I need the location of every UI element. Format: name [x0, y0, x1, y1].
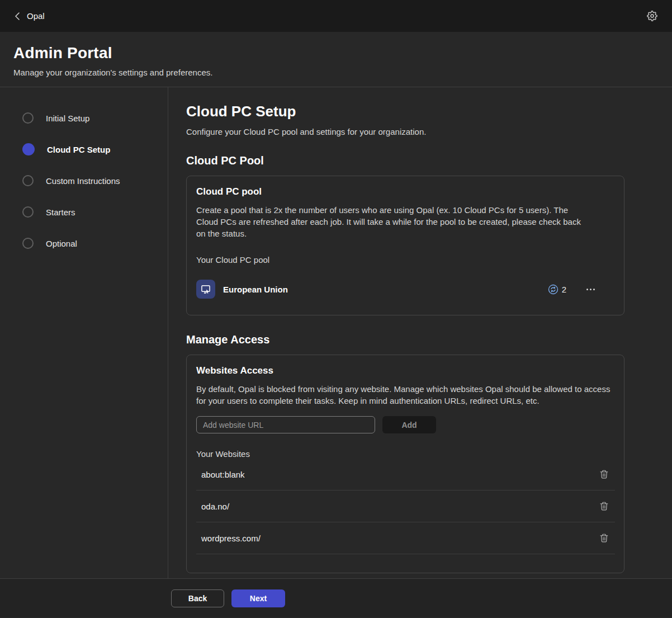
cloud-pc-pool-heading: Cloud PC Pool	[186, 154, 624, 167]
setup-steps-sidebar: Initial Setup Cloud PC Setup Custom Inst…	[0, 87, 168, 578]
page-title: Admin Portal	[13, 44, 659, 62]
sync-status-icon	[548, 284, 559, 295]
pool-list-label: Your Cloud PC pool	[196, 255, 615, 265]
delete-website-button[interactable]	[597, 499, 611, 513]
website-row: oda.no/	[196, 490, 615, 522]
step-circle-icon	[22, 112, 34, 124]
section-subtitle: Configure your Cloud PC pool and setting…	[186, 127, 624, 136]
step-label: Optional	[46, 239, 77, 248]
ellipsis-icon	[586, 289, 595, 290]
back-to-opal-button[interactable]: Opal	[15, 11, 45, 21]
cloud-pc-pool-card: Cloud PC pool Create a pool that is 2x t…	[186, 176, 624, 315]
page-header: Admin Portal Manage your organization's …	[0, 32, 672, 87]
websites-access-card: Websites Access By default, Opal is bloc…	[186, 355, 624, 573]
pool-row: European Union 2	[196, 277, 615, 306]
pool-name: European Union	[223, 285, 548, 294]
websites-list: about:blank oda.no/	[196, 459, 615, 554]
gear-icon	[647, 11, 657, 21]
main-content: Cloud PC Setup Configure your Cloud PC p…	[168, 87, 672, 578]
website-url: wordpress.com/	[201, 534, 261, 543]
sidebar-item-initial-setup[interactable]: Initial Setup	[22, 112, 168, 124]
settings-button[interactable]	[645, 10, 659, 23]
app-title: Opal	[27, 11, 45, 21]
section-title: Cloud PC Setup	[186, 103, 624, 120]
pool-count: 2	[562, 285, 566, 294]
step-circle-icon	[22, 238, 34, 249]
trash-icon	[599, 533, 609, 543]
website-row: wordpress.com/	[196, 522, 615, 554]
add-website-button[interactable]: Add	[382, 416, 436, 433]
page-subtitle: Manage your organization's settings and …	[13, 68, 659, 77]
website-url: oda.no/	[201, 502, 229, 511]
website-row: about:blank	[196, 459, 615, 490]
sidebar-item-optional[interactable]: Optional	[22, 237, 168, 249]
your-websites-label: Your Websites	[196, 449, 615, 459]
step-label: Custom Instructions	[46, 176, 120, 186]
cloud-pc-icon	[196, 280, 215, 299]
pool-status: 2	[548, 284, 566, 295]
sidebar-item-starters[interactable]: Starters	[22, 206, 168, 218]
top-bar: Opal	[0, 0, 672, 32]
delete-website-button[interactable]	[597, 531, 611, 545]
sidebar-item-cloud-pc-setup[interactable]: Cloud PC Setup	[22, 143, 168, 155]
card-title: Websites Access	[196, 365, 615, 376]
step-circle-icon	[22, 175, 34, 186]
step-label: Starters	[46, 207, 75, 217]
step-circle-filled-icon	[22, 143, 35, 155]
card-description: Create a pool that is 2x the number of u…	[196, 204, 588, 239]
card-title: Cloud PC pool	[196, 186, 615, 197]
chevron-left-icon	[15, 12, 20, 20]
step-label: Initial Setup	[46, 114, 89, 123]
manage-access-heading: Manage Access	[186, 333, 624, 346]
wizard-footer: Back Next	[0, 578, 672, 617]
delete-website-button[interactable]	[597, 468, 611, 481]
step-circle-icon	[22, 206, 34, 218]
website-url-input[interactable]	[196, 416, 375, 433]
pool-more-options-button[interactable]	[585, 285, 596, 294]
back-button[interactable]: Back	[171, 589, 224, 607]
card-description: By default, Opal is blocked from visitin…	[196, 383, 613, 407]
next-button[interactable]: Next	[231, 589, 285, 607]
trash-icon	[599, 501, 609, 511]
trash-icon	[599, 469, 609, 479]
step-label: Cloud PC Setup	[47, 145, 110, 154]
sidebar-item-custom-instructions[interactable]: Custom Instructions	[22, 174, 168, 187]
website-url: about:blank	[201, 470, 245, 479]
